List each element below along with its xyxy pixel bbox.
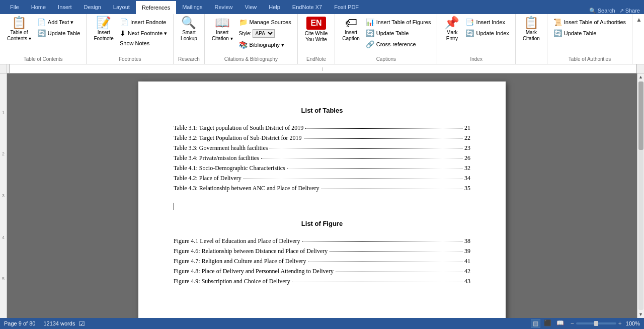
next-footnote-icon: ⬇ [120,29,126,37]
insert-footnote-button[interactable]: 📝 InsertFootnote [91,15,116,43]
right-scrollbar[interactable]: ▲ ▼ [637,73,644,318]
proofing-icon[interactable]: ☑ [79,320,85,327]
mark-citation-icon: 📋 [524,17,539,29]
toc-dots [321,189,462,189]
toc-dots [270,148,462,149]
table-entry: Table 3.2: Target Population of Sub-Dist… [174,134,470,142]
table-of-contents-button[interactable]: 📋 Table ofContents ▾ [4,15,34,43]
zoom-out-button[interactable]: − [571,320,574,327]
collapse-ribbon-button[interactable]: ▲ [634,14,644,64]
zoom-control: − + 100% [571,320,640,327]
insert-table-figures-icon: 📊 [366,18,374,26]
tab-insert[interactable]: Insert [52,0,78,14]
zoom-level: 100% [626,320,640,326]
figure-entry: Figure 4.6: Relationship between Distanc… [174,248,470,255]
update-table-captions-button[interactable]: 🔄 Update Table [364,28,433,38]
tab-home[interactable]: Home [25,0,52,14]
ruler-right-margin [637,64,644,73]
tab-mailings[interactable]: Mailings [176,0,208,14]
status-bar: Page 9 of 80 12134 words ☑ ▤ ⬛ 📖 − + 100… [0,318,644,329]
ribbon: 📋 Table ofContents ▾ 📄 Add Text ▾ 🔄 Upda… [0,14,644,64]
manage-sources-button[interactable]: 📁 Manage Sources [237,17,293,27]
print-layout-button[interactable]: ▤ [531,319,540,328]
update-table-toc-button[interactable]: 🔄 Update Table [35,28,83,38]
table-entry: Table 4.2: Place of Delivery34 [174,175,470,182]
group-research: 🔍 SmartLookup Research [174,14,205,64]
group-table-of-contents: 📋 Table ofContents ▾ 📄 Add Text ▾ 🔄 Upda… [0,14,87,64]
add-text-icon: 📄 [37,18,46,26]
figure-entry: Figure 4.8: Place of Delivery and Person… [174,268,470,275]
cross-reference-button[interactable]: 🔗 Cross-reference [364,39,433,49]
insert-footnote-icon: 📝 [96,17,111,29]
smart-lookup-button[interactable]: 🔍 SmartLookup [178,15,200,43]
cursor-line[interactable] [174,202,470,210]
insert-index-button[interactable]: 📑 Insert Index [463,17,511,27]
doc-page: List of Tables Table 3.1: Target populat… [138,81,506,318]
mark-entry-button[interactable]: 📌 MarkEntry [441,15,462,43]
mark-citation-button[interactable]: 📋 MarkCitation [520,15,543,43]
scroll-down-arrow[interactable]: ▼ [637,311,644,318]
update-index-button[interactable]: 🔄 Update Index [463,28,511,38]
tab-foxit[interactable]: Foxit PDF [328,0,365,14]
page-info: Page 9 of 80 [4,320,35,326]
tab-design[interactable]: Design [78,0,107,14]
style-selector[interactable]: Style: APA [237,28,293,39]
tab-bar: File Home Insert Design Layout Reference… [0,0,644,14]
zoom-in-button[interactable]: + [618,320,622,327]
web-layout-button[interactable]: ⬛ [542,319,553,328]
insert-citation-icon: 📖 [215,17,230,29]
scroll-up-arrow[interactable]: ▲ [637,73,644,80]
word-count: 12134 words [43,320,75,326]
insert-endnote-button[interactable]: 📄 Insert Endnote [118,17,169,27]
toc-dots [292,282,462,282]
group-endnote-label: EndNote [302,55,331,63]
update-table-auth-button[interactable]: 🔄 Update Table [551,28,628,38]
tab-help[interactable]: Help [263,0,286,14]
zoom-thumb[interactable] [594,321,598,326]
update-index-icon: 🔄 [465,29,474,37]
insert-caption-button[interactable]: 🏷 InsertCaption [339,15,362,43]
show-notes-button[interactable]: Show Notes [118,39,169,47]
ruler: | [0,64,644,73]
scrollbar-track[interactable] [638,81,643,310]
bibliography-button[interactable]: 📚 Bibliography ▾ [237,40,293,50]
doc-scroll-area[interactable]: List of Tables Table 3.1: Target populat… [7,73,637,318]
mark-entry-icon: 📌 [444,17,459,29]
table-entry: Table 4.3: Relationship between ANC and … [174,185,470,192]
endnote-icon: EN [306,17,326,30]
search-bar[interactable]: 🔍 Search [589,8,615,14]
bibliography-icon: 📚 [239,41,248,49]
toc-dots [336,272,462,272]
read-mode-button[interactable]: 📖 [555,319,566,328]
group-mark-citation: 📋 MarkCitation [516,14,547,64]
group-index-label: Index [441,55,511,63]
style-dropdown[interactable]: APA [253,29,275,38]
scrollbar-thumb[interactable] [638,81,643,150]
table-entry: Table 4.1: Socio-Demographic Characteris… [174,164,470,172]
next-footnote-button[interactable]: ⬇ Next Footnote ▾ [118,28,169,38]
tab-review[interactable]: Review [209,0,239,14]
cite-while-write-button[interactable]: EN Cite WhileYou Write [302,15,331,44]
update-table-auth-icon: 🔄 [553,29,562,37]
group-table-authorities: 📜 Insert Table of Authorities 🔄 Update T… [547,14,632,64]
tab-layout[interactable]: Layout [107,0,136,14]
update-table-toc-icon: 🔄 [37,29,46,37]
figure-entry: Figure 4.1 Level of Education and Place … [174,237,470,245]
toc-dots [287,169,462,169]
main-area: 1 2 3 4 5 List of Tables Table 3.1: Targ… [0,73,644,318]
insert-table-authorities-button[interactable]: 📜 Insert Table of Authorities [551,17,628,27]
group-citations: 📖 InsertCitation ▾ 📁 Manage Sources Styl… [205,14,298,64]
insert-citation-button[interactable]: 📖 InsertCitation ▾ [209,15,236,43]
zoom-slider[interactable] [576,322,616,324]
tab-file[interactable]: File [4,0,25,14]
share-button[interactable]: ↗ Share [619,8,640,14]
tab-view[interactable]: View [239,0,263,14]
ruler-inner: | [9,64,637,73]
tab-references[interactable]: References [136,0,176,14]
add-text-button[interactable]: 📄 Add Text ▾ [35,17,83,27]
cross-reference-icon: 🔗 [366,40,374,48]
tab-endnote[interactable]: EndNote X7 [286,0,328,14]
smart-lookup-icon: 🔍 [181,17,196,29]
text-cursor [174,203,174,210]
insert-table-figures-button[interactable]: 📊 Insert Table of Figures [364,17,433,27]
